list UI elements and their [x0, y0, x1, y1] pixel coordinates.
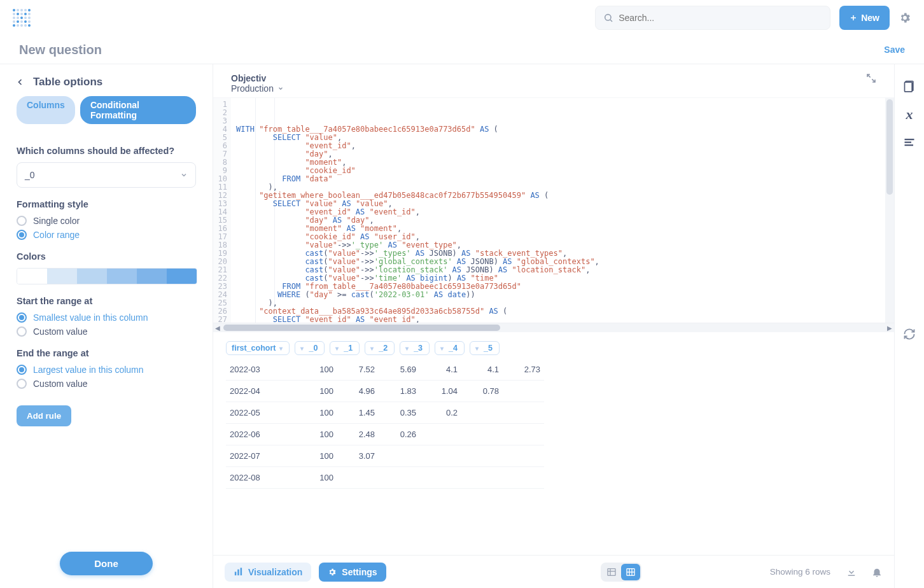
settings-button[interactable]: Settings [319, 563, 386, 582]
svg-rect-18 [905, 139, 914, 140]
schema-name: Production [231, 83, 274, 94]
view-grid-icon[interactable] [621, 564, 640, 580]
table-row: 2022-031007.525.694.14.12.73 [226, 359, 544, 381]
affected-columns-value: _0 [25, 170, 35, 180]
download-icon[interactable] [846, 566, 857, 578]
svg-rect-17 [905, 82, 913, 92]
radio-start-custom[interactable]: Custom value [17, 326, 196, 337]
search-box[interactable] [595, 6, 830, 30]
settings-gear-icon[interactable] [899, 11, 911, 24]
chart-icon [234, 567, 243, 577]
affected-columns-label: Which columns should be affected? [17, 146, 196, 156]
radio-icon [17, 230, 27, 240]
radio-start-custom-label: Custom value [33, 326, 88, 337]
svg-rect-6 [235, 572, 237, 576]
colors-label: Colors [17, 251, 196, 262]
radio-range-label: Color range [33, 230, 80, 240]
column-header-_3[interactable]: ▾_3 [400, 341, 430, 355]
chevron-down-icon [180, 171, 188, 179]
schema-select[interactable]: Production [231, 83, 284, 94]
radio-start-smallest[interactable]: Smallest value in this column [17, 312, 196, 323]
refresh-icon[interactable] [903, 328, 916, 340]
sidebar-title: Table options [33, 76, 102, 88]
table-row: 2022-071003.07 [226, 445, 544, 467]
table-row: 2022-061002.480.26 [226, 424, 544, 445]
save-link[interactable]: Save [884, 45, 905, 55]
gear-icon [328, 568, 337, 577]
options-sidebar: Table options Columns Conditional Format… [0, 64, 213, 588]
column-header-first_cohort[interactable]: first_cohort▾ [226, 341, 290, 355]
radio-icon [17, 312, 27, 323]
new-button-label: New [861, 13, 879, 23]
column-header-_2[interactable]: ▾_2 [365, 341, 395, 355]
start-range-label: Start the range at [17, 296, 196, 306]
reference-icon[interactable] [903, 80, 916, 92]
radio-end-largest-label: Largest value in this column [33, 365, 144, 375]
editor-side-rail: x [895, 64, 924, 588]
svg-rect-20 [905, 144, 914, 146]
variable-icon[interactable]: x [906, 106, 913, 123]
column-header-_1[interactable]: ▾_1 [330, 341, 360, 355]
table-row: 2022-08100 [226, 467, 544, 489]
snippet-icon[interactable] [903, 137, 916, 148]
affected-columns-select[interactable]: _0 [17, 162, 196, 188]
done-button[interactable]: Done [60, 552, 153, 575]
svg-rect-7 [237, 570, 239, 575]
radio-single-label: Single color [33, 216, 80, 226]
row-count-label: Showing 6 rows [770, 567, 830, 577]
svg-rect-8 [241, 568, 242, 575]
scroll-left-icon[interactable]: ◀ [213, 323, 222, 332]
editor-vertical-scrollbar[interactable] [885, 98, 894, 323]
search-input[interactable] [619, 13, 822, 23]
database-name: Objectiv [231, 73, 284, 83]
view-table-icon[interactable] [602, 564, 621, 580]
svg-point-0 [605, 14, 611, 20]
new-button[interactable]: New [839, 6, 890, 30]
table-row: 2022-051001.450.350.2 [226, 402, 544, 424]
radio-end-custom[interactable]: Custom value [17, 379, 196, 389]
svg-line-1 [610, 20, 612, 22]
radio-icon [17, 379, 27, 389]
radio-color-range[interactable]: Color range [17, 230, 196, 240]
visualization-button[interactable]: Visualization [225, 563, 311, 582]
radio-single-color[interactable]: Single color [17, 216, 196, 226]
radio-end-largest[interactable]: Largest value in this column [17, 365, 196, 375]
radio-icon [17, 326, 27, 337]
end-range-label: End the range at [17, 348, 196, 358]
settings-label: Settings [342, 567, 377, 577]
column-header-_0[interactable]: ▾_0 [295, 341, 325, 355]
visualization-label: Visualization [248, 567, 302, 577]
results-table: 2022-031007.525.694.14.12.732022-041004.… [226, 359, 544, 489]
bell-icon[interactable] [871, 566, 883, 578]
radio-icon [17, 216, 27, 226]
editor-horizontal-scrollbar[interactable]: ◀ ▶ [213, 323, 894, 332]
color-swatches[interactable] [17, 268, 197, 284]
formatting-style-label: Formatting style [17, 199, 196, 209]
radio-end-custom-label: Custom value [33, 379, 88, 389]
view-mode-toggle [601, 563, 641, 582]
radio-start-smallest-label: Smallest value in this column [33, 312, 148, 323]
tab-conditional-formatting[interactable]: Conditional Formatting [80, 96, 196, 124]
page-title: New question [19, 43, 102, 57]
svg-rect-19 [905, 142, 912, 143]
table-row: 2022-041004.961.831.040.78 [226, 381, 544, 402]
app-logo[interactable] [13, 9, 31, 27]
sql-editor[interactable]: 1234567891011121314151617181920212223242… [213, 97, 894, 323]
column-header-_4[interactable]: ▾_4 [435, 341, 465, 355]
add-rule-button[interactable]: Add rule [17, 405, 71, 426]
svg-rect-9 [608, 568, 615, 575]
tab-columns[interactable]: Columns [17, 96, 75, 124]
radio-icon [17, 365, 27, 375]
column-header-_5[interactable]: ▾_5 [470, 341, 500, 355]
search-icon [603, 13, 613, 23]
scroll-right-icon[interactable]: ▶ [885, 323, 894, 332]
collapse-editor-icon[interactable] [866, 73, 876, 83]
plus-icon [850, 14, 857, 22]
back-chevron-icon[interactable] [17, 77, 24, 87]
